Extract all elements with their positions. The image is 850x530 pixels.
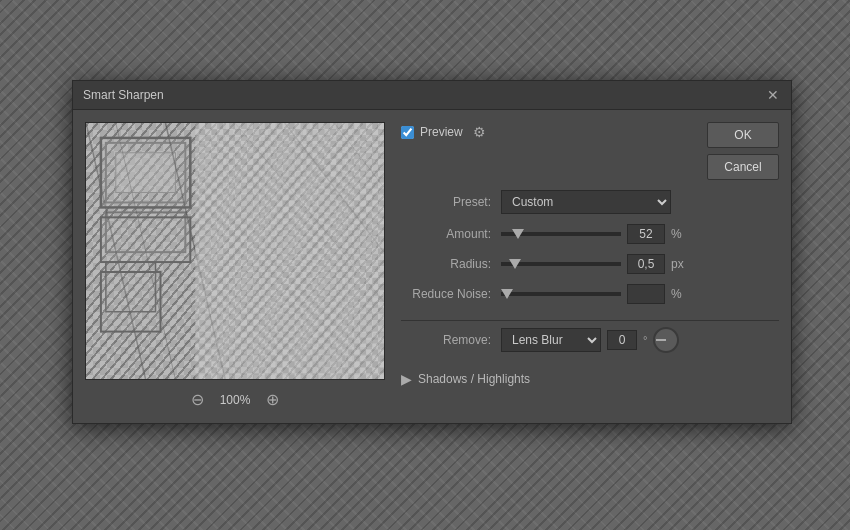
amount-unit: % — [671, 227, 689, 241]
preset-control: Custom Default Sharpen Low Sharpen High — [501, 190, 779, 214]
amount-label: Amount: — [401, 227, 501, 241]
gear-button[interactable]: ⚙ — [471, 122, 488, 142]
preview-label[interactable]: Preview — [420, 125, 463, 139]
angle-line — [656, 339, 666, 341]
smart-sharpen-dialog: Smart Sharpen ✕ — [72, 80, 792, 424]
top-row: Preview ⚙ OK Cancel — [401, 122, 779, 180]
radius-slider[interactable] — [501, 262, 621, 266]
dialog-title: Smart Sharpen — [83, 88, 164, 102]
ok-button[interactable]: OK — [707, 122, 779, 148]
degree-symbol: ° — [643, 334, 647, 346]
amount-row: Amount: % — [401, 224, 779, 244]
svg-rect-12 — [101, 272, 161, 332]
divider — [401, 320, 779, 321]
preview-check-row: Preview — [401, 125, 463, 139]
reduce-noise-label: Reduce Noise: — [401, 287, 501, 301]
controls-panel: Preview ⚙ OK Cancel Preset: Custom Defau… — [401, 122, 779, 411]
reduce-noise-unit: % — [671, 287, 689, 301]
zoom-in-button[interactable]: ⊕ — [262, 388, 283, 411]
remove-label: Remove: — [401, 333, 501, 347]
radius-unit: px — [671, 257, 689, 271]
action-buttons: OK Cancel — [707, 122, 779, 180]
preset-label: Preset: — [401, 195, 501, 209]
shadows-highlights-chevron: ▶ — [401, 371, 412, 387]
remove-select[interactable]: Gaussian Blur Lens Blur Motion Blur — [501, 328, 601, 352]
dialog-title-bar: Smart Sharpen ✕ — [73, 81, 791, 110]
reduce-noise-control: % — [501, 284, 779, 304]
shadows-highlights-row[interactable]: ▶ Shadows / Highlights — [401, 371, 779, 387]
amount-slider[interactable] — [501, 232, 621, 236]
remove-control: Gaussian Blur Lens Blur Motion Blur ° — [501, 327, 779, 353]
amount-control: % — [501, 224, 779, 244]
preview-controls: ⊖ 100% ⊕ — [187, 388, 284, 411]
shadows-highlights-label: Shadows / Highlights — [418, 372, 530, 386]
angle-input[interactable] — [607, 330, 637, 350]
remove-row: Remove: Gaussian Blur Lens Blur Motion B… — [401, 327, 779, 353]
zoom-level: 100% — [220, 393, 251, 407]
cancel-button[interactable]: Cancel — [707, 154, 779, 180]
angle-wheel[interactable] — [653, 327, 679, 353]
zoom-out-button[interactable]: ⊖ — [187, 388, 208, 411]
reduce-noise-slider[interactable] — [501, 292, 621, 296]
preview-canvas — [85, 122, 385, 380]
radius-control: px — [501, 254, 779, 274]
amount-input[interactable] — [627, 224, 665, 244]
top-left: Preview ⚙ — [401, 122, 488, 142]
dialog-body: ⊖ 100% ⊕ Preview ⚙ OK Cancel — [73, 110, 791, 423]
reduce-noise-input[interactable] — [627, 284, 665, 304]
preset-select[interactable]: Custom Default Sharpen Low Sharpen High — [501, 190, 671, 214]
reduce-noise-row: Reduce Noise: % — [401, 284, 779, 304]
preview-panel: ⊖ 100% ⊕ — [85, 122, 385, 411]
svg-rect-10 — [101, 138, 190, 208]
radius-row: Radius: px — [401, 254, 779, 274]
close-button[interactable]: ✕ — [765, 87, 781, 103]
svg-rect-13 — [195, 123, 384, 379]
preview-sketch-shapes — [86, 123, 384, 379]
preset-row: Preset: Custom Default Sharpen Low Sharp… — [401, 190, 779, 214]
radius-input[interactable] — [627, 254, 665, 274]
preview-checkbox[interactable] — [401, 126, 414, 139]
radius-label: Radius: — [401, 257, 501, 271]
svg-rect-11 — [101, 217, 190, 262]
